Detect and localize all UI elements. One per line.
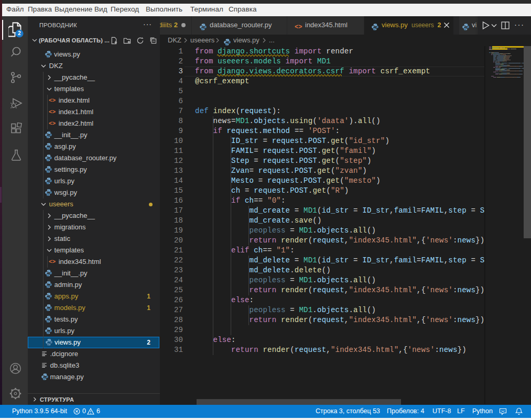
svg-text:2: 2 bbox=[18, 30, 21, 36]
